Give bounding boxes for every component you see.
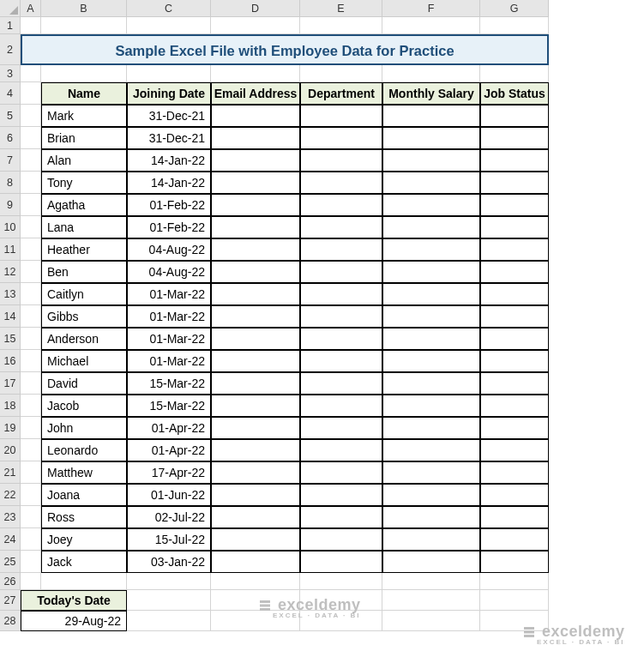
row-header[interactable]: 23	[0, 506, 21, 528]
cell-empty[interactable]	[480, 127, 549, 149]
cell[interactable]	[21, 105, 41, 127]
cell[interactable]	[21, 484, 41, 506]
row-header[interactable]: 12	[0, 261, 21, 283]
cell-empty[interactable]	[300, 216, 382, 238]
cell[interactable]	[21, 82, 41, 105]
table-header[interactable]: Email Address	[211, 82, 300, 105]
column-header[interactable]: D	[211, 0, 300, 17]
cell[interactable]	[127, 65, 211, 82]
column-header[interactable]: C	[127, 0, 211, 17]
row-header[interactable]: 22	[0, 484, 21, 506]
cell-empty[interactable]	[480, 105, 549, 127]
cell-empty[interactable]	[382, 238, 480, 261]
cell[interactable]	[300, 590, 382, 611]
cell[interactable]	[211, 590, 300, 611]
cell-empty[interactable]	[300, 283, 382, 305]
row-header[interactable]: 13	[0, 283, 21, 305]
table-header[interactable]: Name	[41, 82, 127, 105]
row-header[interactable]: 7	[0, 149, 21, 172]
cell[interactable]	[382, 590, 480, 611]
table-header[interactable]: Monthly Salary	[382, 82, 480, 105]
spreadsheet-grid[interactable]: ABCDEFG12Sample Excel File with Employee…	[0, 0, 644, 631]
cell[interactable]	[382, 65, 480, 82]
cell-empty[interactable]	[382, 149, 480, 172]
cell[interactable]	[21, 439, 41, 461]
cell-joining-date[interactable]: 01-Mar-22	[127, 305, 211, 328]
cell-empty[interactable]	[300, 261, 382, 283]
cell[interactable]	[382, 17, 480, 34]
cell[interactable]	[21, 194, 41, 216]
cell-joining-date[interactable]: 01-Jun-22	[127, 484, 211, 506]
row-header[interactable]: 28	[0, 611, 21, 631]
cell-name[interactable]: Ben	[41, 261, 127, 283]
cell[interactable]	[21, 573, 41, 590]
cell[interactable]	[21, 17, 41, 34]
cell-empty[interactable]	[300, 149, 382, 172]
cell-empty[interactable]	[382, 461, 480, 484]
cell[interactable]	[21, 172, 41, 194]
row-header[interactable]: 15	[0, 328, 21, 350]
cell-empty[interactable]	[211, 216, 300, 238]
row-header[interactable]: 21	[0, 461, 21, 484]
row-header[interactable]: 27	[0, 590, 21, 611]
table-header[interactable]: Department	[300, 82, 382, 105]
cell-joining-date[interactable]: 15-Mar-22	[127, 372, 211, 395]
cell-name[interactable]: Alan	[41, 149, 127, 172]
column-header[interactable]: E	[300, 0, 382, 17]
cell-empty[interactable]	[382, 305, 480, 328]
cell-name[interactable]: Joana	[41, 484, 127, 506]
row-header[interactable]: 17	[0, 372, 21, 395]
row-header[interactable]: 2	[0, 34, 21, 65]
cell[interactable]	[41, 17, 127, 34]
cell-empty[interactable]	[382, 127, 480, 149]
cell[interactable]	[300, 65, 382, 82]
cell-joining-date[interactable]: 31-Dec-21	[127, 127, 211, 149]
cell-name[interactable]: Mark	[41, 105, 127, 127]
cell-empty[interactable]	[211, 261, 300, 283]
cell[interactable]	[21, 127, 41, 149]
cell-empty[interactable]	[300, 328, 382, 350]
cell-empty[interactable]	[480, 461, 549, 484]
cell-empty[interactable]	[211, 528, 300, 551]
cell-empty[interactable]	[480, 149, 549, 172]
cell[interactable]	[21, 238, 41, 261]
cell[interactable]	[21, 461, 41, 484]
cell-empty[interactable]	[480, 350, 549, 372]
cell-empty[interactable]	[480, 283, 549, 305]
cell[interactable]	[21, 283, 41, 305]
cell-joining-date[interactable]: 01-Feb-22	[127, 194, 211, 216]
cell[interactable]	[480, 65, 549, 82]
cell[interactable]	[127, 611, 211, 631]
cell-empty[interactable]	[382, 439, 480, 461]
cell-joining-date[interactable]: 15-Jul-22	[127, 528, 211, 551]
cell-joining-date[interactable]: 04-Aug-22	[127, 261, 211, 283]
cell-empty[interactable]	[300, 105, 382, 127]
cell-empty[interactable]	[300, 484, 382, 506]
cell-name[interactable]: Ross	[41, 506, 127, 528]
cell-name[interactable]: David	[41, 372, 127, 395]
cell[interactable]	[211, 17, 300, 34]
cell-empty[interactable]	[480, 395, 549, 417]
cell-empty[interactable]	[382, 372, 480, 395]
cell[interactable]	[480, 17, 549, 34]
cell-empty[interactable]	[480, 216, 549, 238]
cell-empty[interactable]	[480, 439, 549, 461]
cell-empty[interactable]	[300, 238, 382, 261]
cell-empty[interactable]	[300, 172, 382, 194]
cell-joining-date[interactable]: 01-Feb-22	[127, 216, 211, 238]
cell-name[interactable]: Jack	[41, 551, 127, 573]
cell-empty[interactable]	[211, 172, 300, 194]
cell[interactable]	[21, 417, 41, 439]
cell-name[interactable]: Agatha	[41, 194, 127, 216]
cell-empty[interactable]	[480, 417, 549, 439]
cell-empty[interactable]	[211, 551, 300, 573]
cell-empty[interactable]	[211, 283, 300, 305]
cell-empty[interactable]	[382, 395, 480, 417]
cell-empty[interactable]	[480, 484, 549, 506]
cell-empty[interactable]	[480, 194, 549, 216]
cell-empty[interactable]	[480, 238, 549, 261]
cell-empty[interactable]	[211, 328, 300, 350]
cell[interactable]	[21, 65, 41, 82]
cell[interactable]	[41, 573, 127, 590]
row-header[interactable]: 24	[0, 528, 21, 551]
